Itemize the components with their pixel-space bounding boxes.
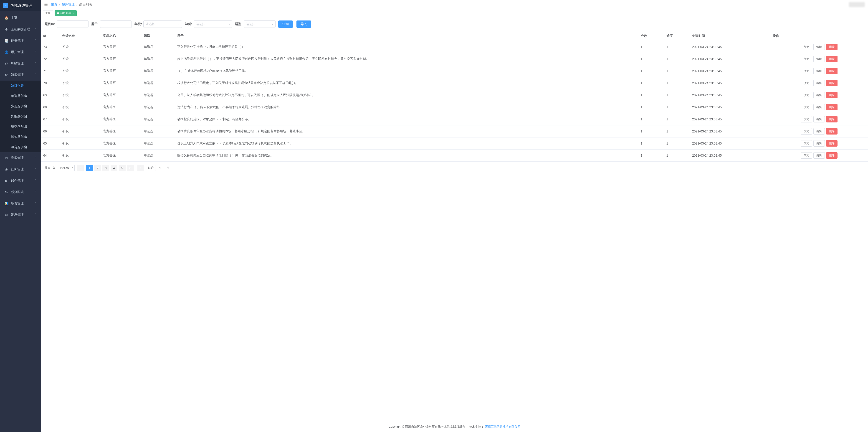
page-number-6[interactable]: 6 — [127, 165, 134, 171]
sidebar-header: ≡ 考试系统管理 — [0, 0, 41, 11]
filter-id-label: 题目ID: — [44, 22, 55, 26]
preview-button[interactable]: 预览 — [801, 152, 812, 159]
filter-grade-select[interactable]: 请选择▾ — [143, 21, 182, 28]
delete-button[interactable]: 删除 — [826, 140, 838, 147]
tabbar: 主页 题目列表 × — [41, 9, 868, 17]
delete-button[interactable]: 删除 — [826, 128, 838, 134]
page-number-2[interactable]: 2 — [94, 165, 101, 171]
sidebar-icon: 📑 — [5, 39, 8, 42]
edit-button[interactable]: 编辑 — [813, 104, 825, 111]
page-number-5[interactable]: 5 — [119, 165, 126, 171]
filter-stem-label: 题干: — [91, 22, 99, 26]
table-row: 65初级官方兽医单选题县以上地方人民政府设立的（ ）负责本行政区域内动物诊疗机构… — [41, 137, 868, 150]
crumb-mgmt[interactable]: 题库管理 — [62, 2, 74, 7]
filter-subject-select[interactable]: 请选择▾ — [194, 21, 232, 28]
page-number-1[interactable]: 1 — [86, 165, 93, 171]
edit-button[interactable]: 编辑 — [813, 68, 825, 74]
sidebar-item-7[interactable]: ◉任务管理˅ — [0, 164, 41, 175]
edit-button[interactable]: 编辑 — [813, 140, 825, 147]
sidebar-item-3[interactable]: 👤用户管理˅ — [0, 47, 41, 58]
chevron-down-icon: ˅ — [35, 202, 36, 205]
user-avatar[interactable] — [849, 2, 865, 7]
delete-button[interactable]: 删除 — [826, 56, 838, 62]
sidebar-menu: 🏠主页⚙基础数据管理˅📑证书管理˅👤用户管理˅🏷班级管理˅✿题库管理˄题目列表单… — [0, 11, 41, 432]
sidebar-icon: 🛍 — [5, 190, 8, 194]
sidebar-item-4[interactable]: 🏷班级管理˅ — [0, 58, 41, 69]
tab-home[interactable]: 主页 — [43, 10, 53, 16]
crumb-home[interactable]: 主页 — [51, 2, 57, 7]
edit-button[interactable]: 编辑 — [813, 128, 825, 134]
table-row: 66初级官方兽医单选题动物防疫条件审查办法所称动物饲养场、养殖小区是指（ ）规定… — [41, 125, 868, 137]
table-row: 67初级官方兽医单选题动物检疫的范围、对象是由（ ）制定、调整并公布。11202… — [41, 113, 868, 125]
preview-button[interactable]: 预览 — [801, 104, 812, 111]
preview-button[interactable]: 预览 — [801, 92, 812, 98]
preview-button[interactable]: 预览 — [801, 68, 812, 74]
sidebar-subitem-5-2[interactable]: 多选题创编 — [0, 101, 41, 111]
tab-question-list[interactable]: 题目列表 × — [55, 10, 77, 16]
filter-id-input[interactable] — [57, 21, 89, 28]
delete-button[interactable]: 删除 — [826, 80, 838, 86]
preview-button[interactable]: 预览 — [801, 56, 812, 62]
edit-button[interactable]: 编辑 — [813, 80, 825, 86]
edit-button[interactable]: 编辑 — [813, 92, 825, 98]
edit-button[interactable]: 编辑 — [813, 44, 825, 50]
table-row: 73初级官方兽医单选题下列行政处罚措施中，只能由法律设定的是（ ）112021-… — [41, 41, 868, 53]
delete-button[interactable]: 删除 — [826, 92, 838, 98]
sidebar-item-label: 证书管理 — [11, 39, 24, 43]
sidebar-subitem-5-5[interactable]: 解答题创编 — [0, 132, 41, 142]
sidebar-item-label: 班级管理 — [11, 61, 24, 66]
preview-button[interactable]: 预览 — [801, 116, 812, 122]
sidebar-subitem-5-0[interactable]: 题目列表 — [0, 81, 41, 91]
delete-button[interactable]: 删除 — [826, 44, 838, 50]
page-size-select[interactable]: 10条/页 — [58, 165, 74, 171]
sidebar-subitem-5-6[interactable]: 组合题创编 — [0, 142, 41, 152]
delete-button[interactable]: 删除 — [826, 68, 838, 74]
sidebar-subitem-label: 组合题创编 — [11, 145, 27, 149]
sidebar-item-5[interactable]: ✿题库管理˄ — [0, 69, 41, 81]
table-row: 71初级官方兽医单选题（ ）主管本行政区域内的动物疫病风险评估工作。112021… — [41, 65, 868, 77]
footer-support-link[interactable]: 西藏巨腾信息技术有限公司 — [485, 425, 520, 428]
sidebar-item-label: 消息管理 — [11, 213, 24, 217]
edit-button[interactable]: 编辑 — [813, 152, 825, 159]
preview-button[interactable]: 预览 — [801, 128, 812, 134]
crumb-current: 题目列表 — [79, 2, 92, 7]
sidebar-item-2[interactable]: 📑证书管理˅ — [0, 35, 41, 47]
sidebar-subitem-5-3[interactable]: 判断题创编 — [0, 111, 41, 122]
hamburger-icon[interactable]: ☰ — [44, 2, 48, 7]
close-icon[interactable]: × — [72, 11, 74, 15]
preview-button[interactable]: 预览 — [801, 140, 812, 147]
edit-button[interactable]: 编辑 — [813, 56, 825, 62]
preview-button[interactable]: 预览 — [801, 44, 812, 50]
sidebar-icon: ◉ — [5, 167, 8, 171]
sidebar-icon: ✉ — [5, 213, 8, 217]
import-button[interactable]: 导入 — [297, 21, 311, 28]
table-header: 题型 — [142, 31, 175, 41]
delete-button[interactable]: 删除 — [826, 104, 838, 111]
sidebar-item-8[interactable]: ▶课件管理˅ — [0, 175, 41, 186]
goto-page-input[interactable] — [155, 165, 165, 171]
table-row: 68初级官方兽医单选题违法行为在（ ）内未被发现的，不再给予行政处罚。法律另有规… — [41, 101, 868, 113]
filter-type-select[interactable]: 请选择▾ — [244, 21, 276, 28]
chevron-down-icon: ˅ — [35, 62, 36, 65]
table-row: 70初级官方兽医单选题根据行政处罚法的规定，下列关于对行政案件调查结果审查决定的… — [41, 77, 868, 89]
filter-grade-label: 年级: — [134, 22, 142, 26]
sidebar-subitem-5-4[interactable]: 填空题创编 — [0, 122, 41, 132]
page-number-3[interactable]: 3 — [102, 165, 109, 171]
sidebar-item-10[interactable]: 📊答卷管理˅ — [0, 198, 41, 209]
next-page-button[interactable]: › — [137, 165, 144, 171]
sidebar-subitem-5-1[interactable]: 单选题创编 — [0, 91, 41, 101]
sidebar-item-11[interactable]: ✉消息管理˅ — [0, 209, 41, 221]
sidebar-item-0[interactable]: 🏠主页 — [0, 12, 41, 24]
filter-stem-input[interactable] — [100, 21, 132, 28]
sidebar-item-9[interactable]: 🛍积分商城˅ — [0, 186, 41, 198]
search-button[interactable]: 查询 — [278, 21, 293, 28]
sidebar-item-1[interactable]: ⚙基础数据管理˅ — [0, 24, 41, 35]
sidebar-item-6[interactable]: 🗂卷库管理˅ — [0, 152, 41, 164]
preview-button[interactable]: 预览 — [801, 80, 812, 86]
edit-button[interactable]: 编辑 — [813, 116, 825, 122]
table-header: 操作 — [770, 31, 868, 41]
delete-button[interactable]: 删除 — [826, 152, 838, 159]
delete-button[interactable]: 删除 — [826, 116, 838, 122]
prev-page-button[interactable]: ‹ — [77, 165, 84, 171]
page-number-4[interactable]: 4 — [111, 165, 117, 171]
